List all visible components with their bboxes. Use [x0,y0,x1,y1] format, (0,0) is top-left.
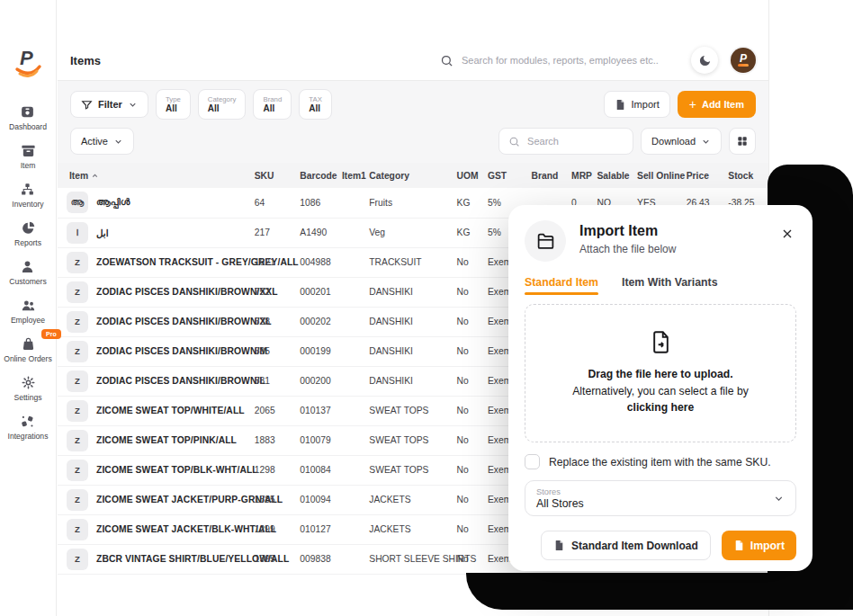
replace-sku-checkbox-row[interactable]: Replace the existing item with the same … [525,454,796,469]
sidebar-item-dashboard[interactable]: Dashboard [9,104,47,131]
cell-barcode: 000199 [296,336,338,366]
filter-chip-tax[interactable]: TAX All [299,89,332,120]
item-name: ZODIAC PISCES DANSHIKI/BROWN/XL [96,317,272,326]
global-search[interactable] [440,54,678,67]
checkbox-label: Replace the existing item with the same … [549,456,771,469]
column-header[interactable]: Brand [528,163,569,188]
sidebar-item-settings[interactable]: Settings [13,375,41,402]
status-filter-value: Active [81,136,108,147]
checkbox[interactable] [525,454,540,469]
item-avatar: Z [67,311,88,333]
cell-item1 [338,366,365,396]
sidebar-item-item[interactable]: Item [21,143,36,170]
table-header-row: ItemSKUBarcodeItem1CategoryUOMGSTBrandMR… [58,163,768,188]
file-dropzone[interactable]: Drag the file here to upload. Alternativ… [525,304,796,442]
sidebar-item-inventory[interactable]: Inventory [12,182,43,209]
global-search-input[interactable] [462,55,678,66]
item-avatar: ആ [67,192,88,213]
download-button[interactable]: Download [641,128,722,155]
filter-label: Filter [98,99,122,110]
cell-sku: 1883 [251,425,297,455]
inventory-icon [20,182,35,197]
item-name: ZODIAC PISCES DANSHIKI/BROWN/M [96,346,267,356]
import-item-modal: Import Item Attach the file below Standa… [508,205,813,571]
avatar-swoosh [738,64,749,67]
filter-chip-category[interactable]: Category All [198,89,247,120]
column-header[interactable]: UOM [453,163,484,188]
item-avatar: ا [67,222,88,244]
column-header[interactable]: MRP [568,163,593,188]
add-item-label: Add Item [702,99,744,110]
filter-button[interactable]: Filter [70,91,148,118]
cell-category: SWEAT TOPS [365,425,453,455]
tab-item-with-variants[interactable]: Item With Variants [622,276,718,295]
cell-item: Z ZOEWATSON TRACKSUIT - GREY/GREY/ALL [58,247,251,277]
sidebar-item-customers[interactable]: Customers [9,259,47,286]
cell-barcode: 004988 [296,247,338,277]
item-avatar: Z [67,519,88,540]
employee-icon [21,298,36,313]
close-icon[interactable] [780,227,795,241]
column-header[interactable]: Price [683,163,725,188]
cell-item: Z ZICOME SWEAT TOP/WHITE/ALL [58,396,251,425]
cell-item: Z ZODIAC PISCES DANSHIKI/BROWN/M [58,336,251,366]
item-name: ZICOME SWEAT TOP/WHITE/ALL [96,406,245,415]
column-header[interactable]: GST [484,163,528,188]
table-search-input[interactable] [527,136,624,147]
modal-import-button[interactable]: Import [722,531,796,560]
dark-mode-toggle[interactable] [691,47,718,74]
modal-subtitle: Attach the file below [579,243,676,255]
filter-chip-brand[interactable]: Brand All [253,89,292,120]
topbar: Items P [58,40,768,81]
cell-barcode: 010094 [296,485,338,514]
sidebar-item-online-orders[interactable]: Pro Online Orders [4,336,52,363]
sidebar-item-label: Integrations [8,432,49,441]
column-header[interactable]: Item [58,163,251,188]
page-title: Items [70,54,101,67]
sidebar-item-integrations[interactable]: Integrations [8,414,49,441]
chip-value: All [309,103,322,113]
avatar[interactable]: P [731,48,756,73]
filter-chip-type[interactable]: Type All [156,89,191,120]
file-icon [615,99,626,111]
column-settings-button[interactable] [729,128,756,155]
cell-uom: No [453,277,484,307]
folder-icon-badge [525,220,566,262]
cell-item1 [338,188,365,218]
status-filter-select[interactable]: Active [70,128,134,155]
item-avatar: Z [67,341,88,362]
stores-select-value: All Stores [536,497,785,510]
item-icon [21,143,36,158]
column-header[interactable]: Item1 [338,163,365,188]
sidebar-item-label: Customers [9,277,47,286]
sidebar-item-employee[interactable]: Employee [11,298,45,325]
sort-asc-icon [91,172,99,180]
cell-item: Z ZBCR VINTAGE SHIRT/BLUE/YELLOW/ALL [58,544,251,574]
import-button[interactable]: Import [604,91,670,118]
table-search[interactable] [498,128,633,155]
sidebar-item-reports[interactable]: Reports [14,220,41,247]
chevron-down-icon [773,493,785,504]
cell-uom: No [453,455,484,485]
column-header[interactable]: Barcode [296,163,338,188]
chevron-down-icon [128,100,138,110]
cell-barcode: 010127 [296,514,338,544]
stores-select[interactable]: Stores All Stores [525,480,796,516]
cell-category: JACKETS [365,485,453,514]
item-avatar: Z [67,370,88,392]
tab-standard-item[interactable]: Standard Item [525,276,598,295]
add-item-button[interactable]: + Add Item [678,91,756,118]
import-button-label: Import [750,540,785,552]
cell-category: SHORT SLEEVE SHIRTS [365,544,453,574]
column-header[interactable]: Category [365,163,453,188]
column-header[interactable]: Stock [724,163,768,188]
sidebar-item-label: Employee [11,316,45,325]
column-header[interactable]: Sell Online [633,163,683,188]
column-header[interactable]: SKU [251,163,297,188]
column-header[interactable]: Salable [593,163,633,188]
standard-item-download-button[interactable]: Standard Item Download [541,531,711,560]
cell-barcode: 000200 [296,366,338,396]
cell-item: Z ZODIAC PISCES DANSHIKI/BROWN/XXL [58,277,251,307]
cell-item: Z ZODIAC PISCES DANSHIKI/BROWN/XL [58,307,251,336]
cell-uom: KG [453,218,484,247]
